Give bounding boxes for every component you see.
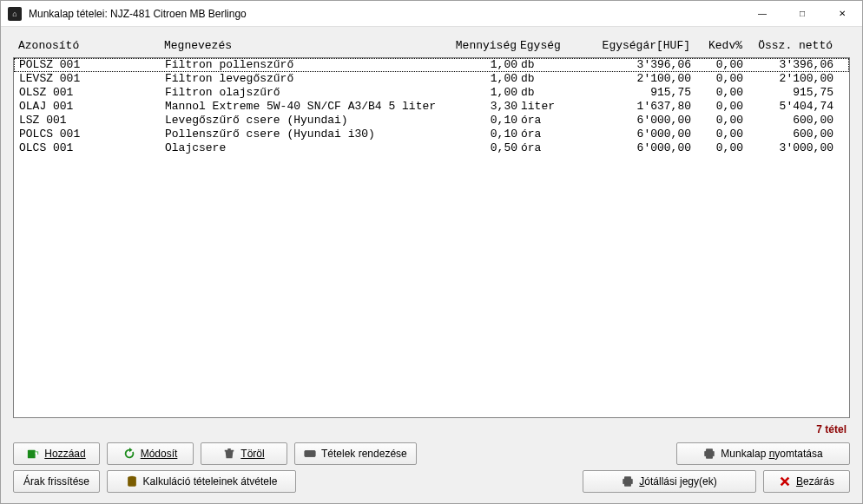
trash-icon	[223, 448, 235, 460]
warranty-button[interactable]: Jótállási jegy(ek)	[583, 470, 756, 493]
col-qty[interactable]: Mennyiség	[449, 39, 520, 52]
svg-rect-7	[307, 455, 313, 455]
cell-net: 2'100,00	[747, 72, 833, 86]
col-id[interactable]: Azonosító	[18, 39, 164, 52]
svg-rect-4	[306, 452, 308, 453]
close-icon	[779, 475, 791, 488]
cell-qty: 1,00	[450, 58, 521, 72]
col-net[interactable]: Össz. nettó	[746, 39, 833, 52]
cell-price: 6'000,00	[590, 128, 695, 141]
cell-id: OLCS 001	[19, 141, 165, 155]
cell-unit: óra	[521, 128, 590, 141]
cell-qty: 0,50	[450, 141, 521, 155]
col-disc[interactable]: Kedv%	[694, 39, 746, 52]
cell-price: 6'000,00	[590, 141, 695, 155]
refresh-icon	[123, 448, 135, 460]
cell-disc: 0,00	[695, 86, 747, 100]
table-row[interactable]: LSZ 001Levegőszűrő csere (Hyundai)0,10ór…	[14, 114, 849, 128]
col-name[interactable]: Megnevezés	[164, 39, 449, 52]
calc-adopt-button[interactable]: Kalkuláció tételeinek átvétele	[107, 470, 296, 493]
print-worksheet-button[interactable]: Munkalap nyomtatása	[676, 442, 850, 465]
add-icon	[27, 448, 39, 460]
cell-qty: 3,30	[450, 100, 521, 114]
grid-header: Azonosító Megnevezés Mennyiség Egység Eg…	[13, 36, 850, 57]
keyboard-icon	[304, 448, 316, 460]
svg-rect-0	[28, 450, 36, 459]
clipboard-icon	[126, 475, 138, 488]
cell-price: 915,75	[590, 86, 695, 100]
app-icon: ⌂	[8, 7, 22, 21]
button-area: Hozzáad Módosít Töröl Tételek rendezése …	[13, 442, 850, 493]
cell-name: Olajcsere	[165, 141, 450, 155]
cell-net: 600,00	[747, 128, 833, 141]
cell-name: Levegőszűrő csere (Hyundai)	[165, 114, 450, 128]
cell-price: 3'396,06	[590, 58, 695, 72]
table-row[interactable]: LEVSZ 001Filtron levegőszűrő1,00db2'100,…	[14, 72, 849, 86]
table-row[interactable]: OLSZ 001Filtron olajszűrő1,00db915,750,0…	[14, 86, 849, 100]
cell-unit: óra	[521, 141, 590, 155]
cell-name: Mannol Extreme 5W-40 SN/CF A3/B4 5 liter	[165, 100, 450, 114]
calc-adopt-label: Kalkuláció tételeinek átvétele	[143, 475, 278, 488]
cell-id: POLCS 001	[19, 128, 165, 141]
close-button[interactable]: Bezárás	[763, 470, 850, 493]
cell-id: LEVSZ 001	[19, 72, 165, 86]
cell-id: POLSZ 001	[19, 58, 165, 72]
cell-disc: 0,00	[695, 58, 747, 72]
cell-name: Filtron olajszűrő	[165, 86, 450, 100]
cell-qty: 0,10	[450, 128, 521, 141]
svg-rect-5	[308, 452, 310, 453]
cell-unit: liter	[521, 100, 590, 114]
cell-net: 600,00	[747, 114, 833, 128]
cell-id: LSZ 001	[19, 114, 165, 128]
printer-icon	[703, 448, 715, 460]
printer-icon	[622, 475, 634, 488]
window-controls: — □ ✕	[742, 1, 862, 26]
cell-qty: 0,10	[450, 114, 521, 128]
cell-id: OLAJ 001	[19, 100, 165, 114]
cell-price: 1'637,80	[590, 100, 695, 114]
cell-qty: 1,00	[450, 86, 521, 100]
cell-disc: 0,00	[695, 114, 747, 128]
maximize-button[interactable]: □	[782, 1, 822, 26]
row-count: 7 tétel	[13, 418, 850, 442]
svg-rect-8	[128, 477, 135, 487]
cell-price: 2'100,00	[590, 72, 695, 86]
delete-button-label: Töröl	[240, 448, 264, 460]
table-row[interactable]: POLSZ 001Filtron pollenszűrő1,00db3'396,…	[14, 58, 849, 72]
cell-unit: óra	[521, 114, 590, 128]
window-title: Munkalap tételei: NJZ-481 Citroen MB Ber…	[29, 8, 247, 20]
sort-button-label: Tételek rendezése	[321, 448, 407, 460]
cell-unit: db	[521, 86, 590, 100]
titlebar: ⌂ Munkalap tételei: NJZ-481 Citroen MB B…	[1, 1, 862, 27]
minimize-button[interactable]: —	[742, 1, 782, 26]
sort-button[interactable]: Tételek rendezése	[294, 442, 417, 465]
cell-net: 3'000,00	[747, 141, 833, 155]
cell-qty: 1,00	[450, 72, 521, 86]
cell-unit: db	[521, 72, 590, 86]
cell-disc: 0,00	[695, 141, 747, 155]
price-refresh-button[interactable]: Árak frissítése	[13, 470, 100, 493]
price-refresh-label: Árak frissítése	[23, 475, 89, 488]
cell-disc: 0,00	[695, 100, 747, 114]
col-price[interactable]: Egységár[HUF]	[590, 39, 694, 52]
cell-unit: db	[521, 58, 590, 72]
table-row[interactable]: OLCS 001Olajcsere0,50óra6'000,000,003'00…	[14, 141, 849, 155]
close-window-button[interactable]: ✕	[822, 1, 862, 26]
edit-button[interactable]: Módosít	[107, 442, 194, 465]
cell-net: 3'396,06	[747, 58, 833, 72]
col-unit[interactable]: Egység	[520, 39, 590, 52]
table-row[interactable]: OLAJ 001Mannol Extreme 5W-40 SN/CF A3/B4…	[14, 100, 849, 114]
cell-net: 5'404,74	[747, 100, 833, 114]
cell-disc: 0,00	[695, 72, 747, 86]
delete-button[interactable]: Töröl	[201, 442, 287, 465]
cell-name: Filtron levegőszűrő	[165, 72, 450, 86]
grid-body[interactable]: POLSZ 001Filtron pollenszűrő1,00db3'396,…	[13, 57, 850, 418]
edit-button-label: Módosít	[141, 448, 178, 460]
cell-price: 6'000,00	[590, 114, 695, 128]
svg-rect-6	[311, 452, 313, 453]
cell-id: OLSZ 001	[19, 86, 165, 100]
table-row[interactable]: POLCS 001Pollenszűrő csere (Hyundai i30)…	[14, 128, 849, 141]
items-grid: Azonosító Megnevezés Mennyiség Egység Eg…	[13, 36, 850, 418]
add-button[interactable]: Hozzáad	[13, 442, 100, 465]
cell-disc: 0,00	[695, 128, 747, 141]
